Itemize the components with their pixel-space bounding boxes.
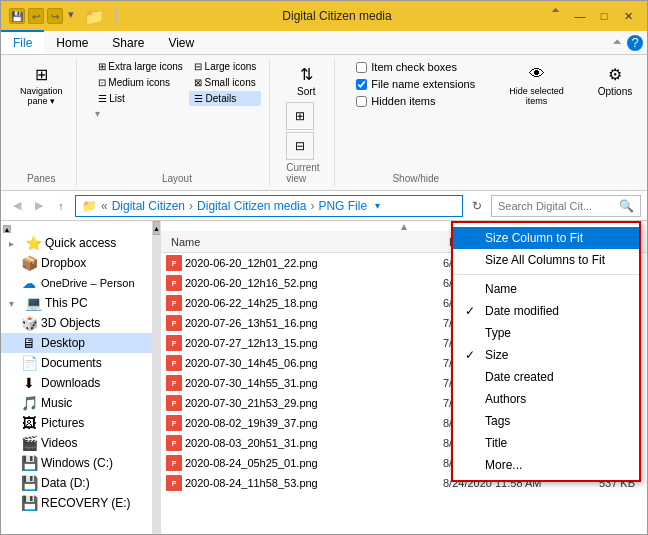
path-digital-citizen[interactable]: Digital Citizen <box>112 199 185 213</box>
menu-item-size[interactable]: ✓ Size <box>453 344 639 366</box>
address-bar[interactable]: 📁 « Digital Citizen › Digital Citizen me… <box>75 195 463 217</box>
titlebar-dropdown-icon[interactable]: ▾ <box>68 8 74 24</box>
path-dc-media[interactable]: Digital Citizen media <box>197 199 306 213</box>
sidebar: ▲ ▸ ⭐ Quick access 📦 Dropbox ☁ OneDrive … <box>1 221 161 535</box>
layout-dropdown-arrow[interactable]: ▾ <box>95 108 100 119</box>
sidebar-scrollbar-up[interactable]: ▲ <box>1 225 160 233</box>
sidebar-item-documents[interactable]: 📄 Documents <box>1 353 160 373</box>
sidebar-item-music[interactable]: 🎵 Music <box>1 393 160 413</box>
menu-item-authors[interactable]: Authors <box>453 388 639 410</box>
downloads-icon: ⬇ <box>21 375 37 391</box>
hide-selected-button[interactable]: 👁 Hide selecteditems <box>504 59 569 109</box>
desktop-icon: 🖥 <box>21 335 37 351</box>
sidebar-item-windows-c[interactable]: 💾 Windows (C:) <box>1 453 160 473</box>
tab-file[interactable]: File <box>1 30 44 54</box>
collapse-icon[interactable]: 🞁 <box>551 6 561 26</box>
tab-share[interactable]: Share <box>100 31 156 54</box>
menu-item-size-all-cols[interactable]: Size All Columns to Fit <box>453 249 639 271</box>
current-view-group: ⇅ Sort ⊞ ⊟ Current view <box>278 59 335 186</box>
3d-objects-icon: 🎲 <box>21 315 37 331</box>
sidebar-item-label: This PC <box>45 296 88 310</box>
view-options-icon[interactable]: ⊞ <box>286 102 314 130</box>
back-button[interactable]: ◀ <box>7 196 27 216</box>
file-name: 2020-08-02_19h39_37.png <box>183 417 443 429</box>
forward-button[interactable]: ▶ <box>29 196 49 216</box>
menu-item-label: Type <box>485 326 627 340</box>
help-icon[interactable]: ? <box>627 35 643 51</box>
list-btn[interactable]: ☰ List <box>93 91 188 106</box>
item-check-boxes-checkbox[interactable] <box>356 62 367 73</box>
png-icon: P <box>166 295 182 311</box>
options-button[interactable]: ⚙ Options <box>593 59 637 100</box>
sidebar-item-dropbox[interactable]: 📦 Dropbox <box>1 253 160 273</box>
item-check-boxes-btn[interactable]: Item check boxes <box>351 59 462 75</box>
layout-group: ⊞ Extra large icons ⊟ Large icons ⊡ Medi… <box>85 59 271 186</box>
png-icon: P <box>166 375 182 391</box>
menu-item-label: Authors <box>485 392 627 406</box>
tab-view[interactable]: View <box>156 31 206 54</box>
menu-item-tags[interactable]: Tags <box>453 410 639 432</box>
up-button[interactable]: ↑ <box>51 196 71 216</box>
path-dropdown-arrow[interactable]: ▾ <box>375 200 380 211</box>
file-name-extensions-checkbox[interactable] <box>356 79 367 90</box>
quick-access-icon[interactable]: 💾 <box>9 8 25 24</box>
redo-icon[interactable]: ↪ <box>47 8 63 24</box>
scroll-track <box>153 235 161 535</box>
search-icon: 🔍 <box>619 199 634 213</box>
sort-label: Sort <box>297 86 315 97</box>
menu-item-date-modified[interactable]: ✓ Date modified <box>453 300 639 322</box>
sidebar-item-pictures[interactable]: 🖼 Pictures <box>1 413 160 433</box>
ribbon-tabs: File Home Share View 🞁 ? <box>1 31 647 55</box>
sidebar-item-downloads[interactable]: ⬇ Downloads <box>1 373 160 393</box>
sidebar-item-quick-access[interactable]: ▸ ⭐ Quick access <box>1 233 160 253</box>
hidden-items-checkbox[interactable] <box>356 96 367 107</box>
hidden-items-btn[interactable]: Hidden items <box>351 93 440 109</box>
recovery-e-icon: 💾 <box>21 495 37 511</box>
minimize-button[interactable]: — <box>569 6 591 26</box>
sort-button[interactable]: ⇅ Sort <box>286 59 326 100</box>
view-options-icon2[interactable]: ⊟ <box>286 132 314 160</box>
details-btn[interactable]: ☰ Details <box>189 91 261 106</box>
addressbar: ◀ ▶ ↑ 📁 « Digital Citizen › Digital Citi… <box>1 191 647 221</box>
sidebar-item-data-d[interactable]: 💾 Data (D:) <box>1 473 160 493</box>
hide-selected-label: Hide selecteditems <box>509 86 564 106</box>
file-list: ▲ Name Date modified P 2020-06-20_12h01_… <box>161 221 647 535</box>
layout-label: Layout <box>162 173 192 186</box>
maximize-button[interactable]: □ <box>593 6 615 26</box>
sidebar-item-desktop[interactable]: 🖥 Desktop <box>1 333 160 353</box>
menu-item-name[interactable]: Name <box>453 278 639 300</box>
sidebar-item-label: Desktop <box>41 336 85 350</box>
menu-item-more[interactable]: More... <box>453 454 639 476</box>
menu-item-date-created[interactable]: Date created <box>453 366 639 388</box>
ribbon-collapse-icon[interactable]: 🞁 <box>612 37 623 49</box>
refresh-button[interactable]: ↻ <box>467 196 487 216</box>
navigation-pane-button[interactable]: ⊞ Navigationpane ▾ <box>15 59 68 109</box>
menu-item-type[interactable]: Type <box>453 322 639 344</box>
tab-home[interactable]: Home <box>44 31 100 54</box>
menu-item-label: Date modified <box>485 304 627 318</box>
search-input[interactable] <box>498 200 619 212</box>
path-png-file[interactable]: PNG File <box>318 199 367 213</box>
sidebar-item-label: OneDrive – Person <box>41 277 135 289</box>
sidebar-item-recovery-e[interactable]: 💾 RECOVERY (E:) <box>1 493 160 513</box>
extra-large-icons-btn[interactable]: ⊞ Extra large icons <box>93 59 188 74</box>
sidebar-item-this-pc[interactable]: ▾ 💻 This PC <box>1 293 160 313</box>
large-icons-btn[interactable]: ⊟ Large icons <box>189 59 261 74</box>
menu-item-title[interactable]: Title <box>453 432 639 454</box>
sort-collapse-arrow[interactable]: ▲ <box>399 221 409 232</box>
png-icon: P <box>166 275 182 291</box>
hide-options-group: 👁 Hide selecteditems <box>496 59 577 186</box>
file-name-extensions-btn[interactable]: File name extensions <box>351 76 480 92</box>
file-icon: P <box>165 314 183 332</box>
sidebar-item-3d-objects[interactable]: 🎲 3D Objects <box>1 313 160 333</box>
col-header-name[interactable]: Name <box>165 234 443 250</box>
sidebar-item-videos[interactable]: 🎬 Videos <box>1 433 160 453</box>
close-button[interactable]: ✕ <box>617 6 639 26</box>
undo-icon[interactable]: ↩ <box>28 8 44 24</box>
scroll-up[interactable]: ▲ <box>153 221 161 235</box>
sidebar-item-onedrive[interactable]: ☁ OneDrive – Person <box>1 273 160 293</box>
medium-icons-btn[interactable]: ⊡ Medium icons <box>93 75 188 90</box>
path-icon: 📁 <box>82 199 97 213</box>
small-icons-btn[interactable]: ⊠ Small icons <box>189 75 261 90</box>
menu-item-size-col-to-fit[interactable]: Size Column to Fit <box>453 227 639 249</box>
